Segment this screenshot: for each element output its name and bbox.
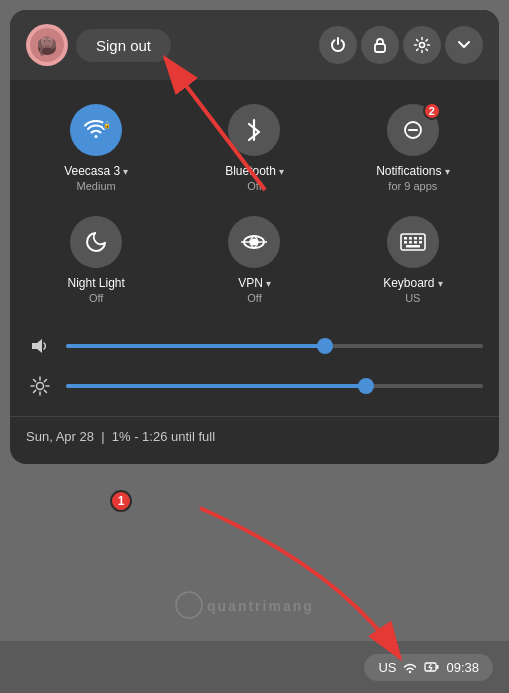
svg-line-37: [44, 390, 46, 392]
svg-rect-25: [404, 241, 407, 244]
svg-point-31: [37, 383, 44, 390]
time-display: 09:38: [446, 660, 479, 675]
volume-fill: [66, 344, 325, 348]
svg-rect-23: [414, 237, 417, 240]
annotation-badge-1: 1: [110, 490, 132, 512]
svg-rect-28: [419, 241, 422, 244]
vpn-label: VPN ▾: [238, 276, 271, 290]
svg-rect-44: [437, 665, 439, 669]
keyboard-label: Keyboard ▾: [383, 276, 442, 290]
tray-wifi-icon: [402, 660, 418, 674]
battery-status: 1% - 1:26 until full: [112, 429, 215, 444]
svg-line-38: [44, 380, 46, 382]
vpn-chevron: ▾: [266, 278, 271, 289]
notifications-sub: for 9 apps: [388, 180, 437, 192]
system-tray[interactable]: US 09:38: [364, 654, 493, 681]
brightness-fill: [66, 384, 366, 388]
night-light-sub: Off: [89, 292, 103, 304]
svg-line-36: [34, 380, 36, 382]
wifi-chevron: ▾: [123, 166, 128, 177]
bluetooth-tile[interactable]: Bluetooth ▾ Off: [176, 92, 332, 202]
notifications-icon-wrap: 2: [387, 104, 439, 156]
wifi-tile[interactable]: 🔒 Veecasa 3 ▾ Medium: [18, 92, 174, 202]
svg-rect-27: [414, 241, 417, 244]
svg-rect-22: [409, 237, 412, 240]
locale-indicator: US: [378, 660, 396, 675]
svg-point-6: [48, 38, 52, 43]
lock-button[interactable]: [361, 26, 399, 64]
night-light-icon: [84, 230, 108, 254]
lock-icon: [371, 36, 389, 54]
volume-slider-row: [26, 326, 483, 366]
bluetooth-sub: Off: [247, 180, 261, 192]
watermark: quantrimang: [175, 590, 335, 625]
svg-point-7: [44, 40, 46, 42]
volume-icon: [26, 332, 54, 360]
keyboard-sub: US: [405, 292, 420, 304]
wifi-icon: 🔒: [83, 117, 109, 143]
vpn-icon: [241, 231, 267, 253]
svg-rect-29: [406, 245, 420, 248]
brightness-track[interactable]: [66, 384, 483, 388]
brightness-slider-row: [26, 366, 483, 406]
svg-text:🔒: 🔒: [103, 120, 110, 129]
svg-rect-9: [375, 44, 385, 52]
wifi-sub: Medium: [77, 180, 116, 192]
bluetooth-label: Bluetooth ▾: [225, 164, 284, 178]
svg-point-10: [420, 43, 425, 48]
svg-text:quantrimang: quantrimang: [207, 598, 314, 614]
night-light-icon-wrap: [70, 216, 122, 268]
power-icon: [329, 36, 347, 54]
keyboard-tile[interactable]: Keyboard ▾ US: [335, 204, 491, 314]
notifications-chevron: ▾: [445, 166, 450, 177]
vpn-icon-wrap: [228, 216, 280, 268]
settings-icon: [413, 36, 431, 54]
tray-battery-icon: [424, 660, 440, 674]
svg-point-5: [42, 38, 46, 43]
night-light-label: Night Light: [67, 276, 124, 290]
sliders-section: [10, 318, 499, 412]
svg-marker-30: [32, 339, 42, 353]
bluetooth-icon-wrap: [228, 104, 280, 156]
notifications-tile[interactable]: 2 Notifications ▾ for 9 apps: [335, 92, 491, 202]
vpn-tile[interactable]: VPN ▾ Off: [176, 204, 332, 314]
svg-rect-26: [409, 241, 412, 244]
bluetooth-chevron: ▾: [279, 166, 284, 177]
bottom-bar: Sun, Apr 28 | 1% - 1:26 until full: [10, 416, 499, 448]
date-display: Sun, Apr 28 | 1% - 1:26 until full: [26, 429, 483, 444]
svg-point-42: [409, 671, 411, 673]
night-light-tile[interactable]: Night Light Off: [18, 204, 174, 314]
header-icon-group: [319, 26, 483, 64]
power-button[interactable]: [319, 26, 357, 64]
brightness-icon: [26, 372, 54, 400]
chevron-down-icon: [456, 37, 472, 53]
svg-rect-24: [419, 237, 422, 240]
keyboard-icon-wrap: [387, 216, 439, 268]
avatar[interactable]: [26, 24, 68, 66]
vpn-sub: Off: [247, 292, 261, 304]
volume-track[interactable]: [66, 344, 483, 348]
notifications-label: Notifications ▾: [376, 164, 449, 178]
settings-button[interactable]: [403, 26, 441, 64]
notifications-icon: [401, 118, 425, 142]
svg-point-40: [176, 592, 202, 618]
keyboard-icon: [399, 232, 427, 252]
svg-point-8: [49, 40, 51, 42]
quick-settings-panel: Sign out: [10, 10, 499, 464]
svg-rect-21: [404, 237, 407, 240]
header-row: Sign out: [10, 10, 499, 80]
notifications-badge: 2: [423, 102, 441, 120]
expand-button[interactable]: [445, 26, 483, 64]
wifi-icon-wrap: 🔒: [70, 104, 122, 156]
svg-point-4: [41, 36, 53, 48]
wifi-label: Veecasa 3 ▾: [64, 164, 128, 178]
brightness-thumb[interactable]: [358, 378, 374, 394]
volume-thumb[interactable]: [317, 338, 333, 354]
quick-settings-grid: 🔒 Veecasa 3 ▾ Medium Bluetooth ▾ Off: [10, 80, 499, 318]
bluetooth-icon: [243, 117, 265, 143]
keyboard-chevron: ▾: [438, 278, 443, 289]
svg-line-39: [34, 390, 36, 392]
sign-out-button[interactable]: Sign out: [76, 29, 171, 62]
taskbar: US 09:38: [0, 641, 509, 693]
